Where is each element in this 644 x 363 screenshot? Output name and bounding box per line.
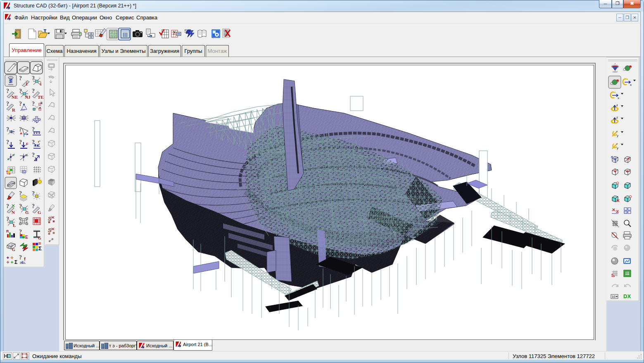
svg-text:TE: TE — [38, 95, 44, 100]
svg-text:R: R — [12, 107, 16, 112]
svg-text:R: R — [6, 229, 9, 233]
svg-text:G: G — [38, 236, 41, 240]
svg-text:?: ? — [173, 30, 176, 36]
svg-text:NE: NE — [12, 95, 18, 100]
svg-text:G: G — [25, 210, 29, 215]
svg-text:S: S — [48, 216, 52, 222]
svg-text:Σ: Σ — [14, 259, 17, 265]
svg-text:2: 2 — [27, 356, 29, 359]
svg-text:S: S — [48, 227, 52, 233]
svg-text:DX: DX — [623, 293, 631, 299]
svg-text:G: G — [12, 247, 15, 252]
svg-text:Σ: Σ — [38, 245, 42, 251]
svg-text:t°: t° — [38, 140, 40, 144]
svg-text:NJ: NJ — [25, 95, 31, 100]
svg-text:N: N — [12, 210, 15, 215]
svg-text:f: f — [24, 256, 26, 261]
svg-text:L: L — [13, 223, 16, 228]
svg-text:F: F — [26, 142, 29, 146]
svg-text:10: 10 — [612, 295, 615, 299]
svg-text:i: i — [40, 81, 42, 87]
svg-text:E: E — [25, 235, 28, 240]
svg-text:G: G — [38, 210, 41, 215]
